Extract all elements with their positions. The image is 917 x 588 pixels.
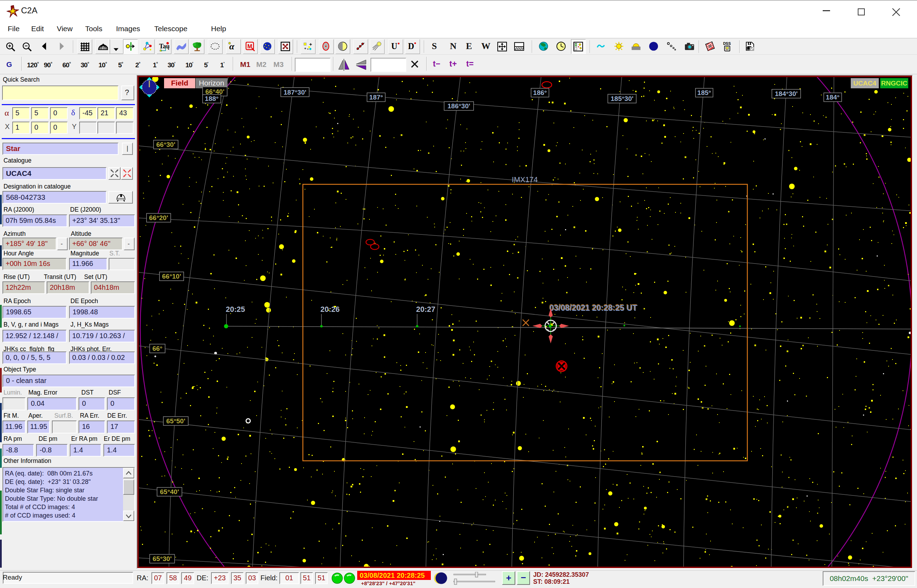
- svg-text:188°: 188°: [205, 95, 218, 102]
- svg-text:65°50': 65°50': [166, 417, 185, 425]
- svg-text:M: M: [247, 43, 252, 49]
- svg-text:65°40': 65°40': [160, 488, 179, 496]
- svg-text:U: U: [391, 41, 397, 51]
- svg-text:D: D: [408, 41, 414, 51]
- svg-text:65°30': 65°30': [152, 555, 171, 562]
- svg-text:IMX174: IMX174: [512, 176, 538, 184]
- svg-text:66°: 66°: [152, 345, 163, 352]
- svg-text:185°30': 185°30': [611, 95, 633, 102]
- svg-text:184°: 184°: [826, 94, 839, 101]
- svg-text:66°20': 66°20': [149, 214, 168, 221]
- svg-text:UCAC4: UCAC4: [853, 79, 877, 87]
- svg-text:03/08/2021 20:28:25 UT: 03/08/2021 20:28:25 UT: [550, 304, 638, 313]
- svg-text:66°40': 66°40': [205, 88, 224, 95]
- svg-text:185°: 185°: [697, 89, 711, 96]
- svg-text:20:27: 20:27: [416, 305, 435, 313]
- svg-text:20:25: 20:25: [226, 305, 245, 313]
- svg-text:66°10': 66°10': [162, 273, 181, 280]
- svg-text:184°30': 184°30': [775, 90, 798, 97]
- svg-text:20:26: 20:26: [320, 305, 340, 313]
- svg-text:RNGCIC: RNGCIC: [881, 79, 907, 87]
- svg-text:187°30': 187°30': [284, 89, 306, 96]
- svg-text:187°: 187°: [369, 94, 383, 101]
- svg-text:Horizon: Horizon: [199, 79, 224, 87]
- svg-text:DSS: DSS: [723, 41, 731, 45]
- svg-text:186°30': 186°30': [448, 102, 471, 110]
- svg-text:Field: Field: [171, 79, 188, 87]
- svg-text:186°: 186°: [533, 89, 547, 96]
- svg-text:66°30': 66°30': [156, 141, 175, 148]
